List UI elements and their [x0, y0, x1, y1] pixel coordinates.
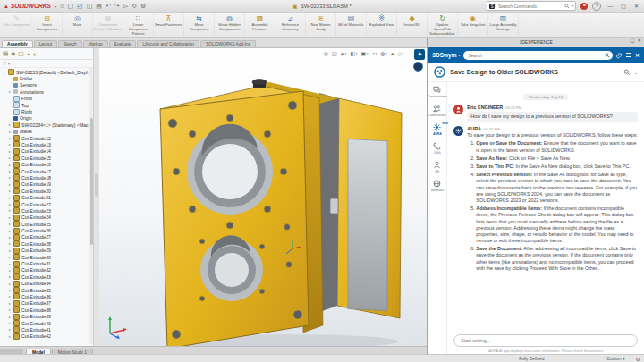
commandmanager-tab[interactable]: Lifecycle and Collaboration: [137, 40, 199, 47]
minimize-button[interactable]: —: [606, 4, 614, 9]
select-icon[interactable]: ▻: [123, 3, 128, 9]
tree-root-item[interactable]: ▾ SW-02233 (Default) <Default_Display St…: [0, 69, 93, 75]
expand-arrow-icon[interactable]: ▸: [8, 136, 12, 140]
section-view-icon[interactable]: ◧▾: [351, 50, 358, 56]
linear-component-pattern-button[interactable]: ∷ Linear Component Pattern: [123, 13, 154, 37]
tree-item[interactable]: ▸ Cut-Extrude20: [0, 188, 93, 194]
tree-item[interactable]: ▸ Cut-Extrude16: [0, 161, 93, 167]
tree-item[interactable]: ▸ Cut-Extrude28: [0, 240, 93, 247]
search-icon[interactable]: [605, 53, 610, 58]
expand-arrow-icon[interactable]: ▸: [8, 241, 12, 246]
rail-item-me[interactable]: Me: [433, 161, 441, 173]
commandmanager-tab[interactable]: Markup: [83, 40, 108, 47]
tree-item[interactable]: ▸ Mates: [0, 129, 93, 135]
tree-item[interactable]: ▸ Cut-Extrude21: [0, 194, 93, 200]
expand-arrow-icon[interactable]: ▸: [8, 215, 12, 220]
expand-arrow-icon[interactable]: ▸: [8, 321, 12, 325]
expand-arrow-icon[interactable]: ▸: [8, 122, 12, 127]
user-avatar[interactable]: [580, 3, 588, 10]
expand-arrow-icon[interactable]: ▸: [8, 248, 12, 253]
configurationmanager-tab-icon[interactable]: ◫: [18, 50, 23, 57]
model-viewport[interactable]: ◎ ◱ ◈▾ ◧▾: [99, 48, 427, 346]
tree-item[interactable]: ▸ Cut-Extrude37: [0, 300, 93, 307]
splitter-grip[interactable]: [95, 173, 98, 197]
expand-arrow-icon[interactable]: ▸: [8, 89, 12, 94]
expand-arrow-icon[interactable]: ▸: [8, 229, 12, 233]
view-orientation-icon[interactable]: ▣▾: [360, 50, 368, 56]
expand-arrow-icon[interactable]: ▸: [8, 208, 12, 213]
commandmanager-tab[interactable]: Layout: [34, 40, 57, 47]
expand-arrow-icon[interactable]: ▸: [8, 163, 12, 167]
tree-item[interactable]: ▸ Cut-Extrude19: [0, 181, 93, 188]
exploded-view-button[interactable]: ※ Exploded View: [367, 13, 397, 37]
chevron-down-icon[interactable]: ⌄: [634, 70, 638, 75]
expand-arrow-icon[interactable]: ▸: [8, 288, 12, 292]
expand-arrow-icon[interactable]: ▸: [8, 142, 12, 147]
dimxpertmanager-tab-icon[interactable]: ◔: [26, 51, 30, 57]
expand-arrow-icon[interactable]: ▸: [8, 307, 12, 312]
swym-app-switcher[interactable]: 3DSwym▾: [432, 52, 460, 58]
view-settings-icon[interactable]: ◇▾: [397, 50, 403, 56]
instant3d-button[interactable]: ◆ Instant3D: [397, 13, 428, 37]
tree-item[interactable]: ▸ Cut-Extrude14: [0, 148, 93, 155]
tree-item[interactable]: Front: [0, 96, 93, 102]
redo-icon[interactable]: ↷: [114, 3, 120, 9]
expand-arrow-icon[interactable]: ▸: [8, 202, 12, 206]
scrollbar-thumb[interactable]: [90, 118, 93, 245]
tree-item[interactable]: ▸ Cut-Extrude33: [0, 274, 93, 280]
chat-message-input[interactable]: [453, 334, 638, 347]
menu-expand-arrow-icon[interactable]: ▸: [55, 4, 57, 9]
message-list[interactable]: Wednesday, July 16 Eric ENGINEER 04:20 P…: [447, 82, 644, 327]
expand-arrow-icon[interactable]: ▸: [8, 294, 12, 299]
undo-icon[interactable]: ↶: [106, 3, 111, 9]
expand-arrow-icon[interactable]: ▸: [8, 268, 12, 273]
menu-icon[interactable]: [626, 53, 631, 57]
tree-item[interactable]: ▸ Cut-Extrude30: [0, 254, 93, 260]
search-chevron-icon[interactable]: ▾: [572, 4, 573, 8]
expand-arrow-icon[interactable]: ▸: [8, 130, 12, 134]
panel-close-icon[interactable]: ✕: [637, 38, 641, 43]
edit-component-button[interactable]: ✎ Edit Component: [2, 13, 32, 37]
update-speedpak-button[interactable]: ↻ Update SpeedPak Subassemblies: [428, 13, 458, 37]
expand-arrow-icon[interactable]: ▸: [8, 175, 12, 180]
gear-icon[interactable]: ⚙: [636, 356, 640, 362]
expand-arrow-icon[interactable]: ▸: [8, 255, 12, 259]
open-document-icon[interactable]: ◰: [77, 3, 83, 9]
large-assembly-settings-button[interactable]: ▥ Large Assembly Settings: [488, 13, 519, 37]
tree-item[interactable]: ▸ Cut-Extrude12: [0, 135, 93, 141]
user-avatar[interactable]: [453, 105, 463, 114]
tree-item[interactable]: ▸ Cut-Extrude32: [0, 267, 93, 274]
tree-item[interactable]: ▸ Cut-Extrude15: [0, 155, 93, 161]
close-button[interactable]: ✕: [632, 3, 640, 9]
expand-arrow-icon[interactable]: ▸: [8, 169, 12, 173]
tree-item[interactable]: ▸ SW-02234<1> (Stationary) <Machined>: [0, 122, 93, 128]
expand-arrow-icon[interactable]: ▸: [8, 327, 12, 332]
take-snapshot-button[interactable]: ◉ Take Snapshot: [458, 13, 488, 37]
tree-item[interactable]: ▸ Cut-Extrude17: [0, 168, 93, 174]
expand-arrow-icon[interactable]: ▸: [8, 315, 12, 319]
previous-view-icon[interactable]: ◈▾: [341, 50, 347, 56]
tree-item[interactable]: Right: [0, 108, 93, 114]
tree-item[interactable]: ▸ Cut-Extrude31: [0, 260, 93, 266]
expand-arrow-icon[interactable]: ▸: [8, 282, 12, 286]
propertymanager-tab-icon[interactable]: ◈: [11, 50, 15, 57]
reference-geometry-button[interactable]: ⊿ Reference Geometry: [275, 13, 306, 37]
rail-item-aura[interactable]: New AURA: [433, 123, 442, 136]
tree-item[interactable]: ▸ Cut-Extrude42: [0, 333, 93, 340]
search-commands-input[interactable]: [496, 3, 563, 10]
options-icon[interactable]: ⚙: [140, 3, 146, 9]
swym-close-icon[interactable]: ✕: [635, 52, 640, 58]
tree-item[interactable]: ▸ Cut-Extrude41: [0, 326, 93, 333]
new-motion-study-button[interactable]: ≋ New Motion Study: [306, 13, 336, 37]
commandmanager-tab[interactable]: Evaluate: [109, 40, 137, 47]
commandmanager-tab[interactable]: Sketch: [58, 40, 82, 47]
expand-arrow-icon[interactable]: ▸: [8, 156, 12, 160]
rail-item-communities[interactable]: Communities: [428, 105, 446, 117]
featuremanager-tab-icon[interactable]: ▤: [3, 50, 8, 57]
tree-item[interactable]: ▸ Cut-Extrude40: [0, 320, 93, 326]
commandmanager-tab[interactable]: Assembly: [2, 40, 33, 47]
print-icon[interactable]: ▤: [96, 3, 102, 9]
rebuild-icon[interactable]: ↻: [131, 3, 137, 9]
expand-arrow-icon[interactable]: ▸: [8, 149, 12, 154]
tree-item[interactable]: ▸ Annotations: [0, 88, 93, 95]
